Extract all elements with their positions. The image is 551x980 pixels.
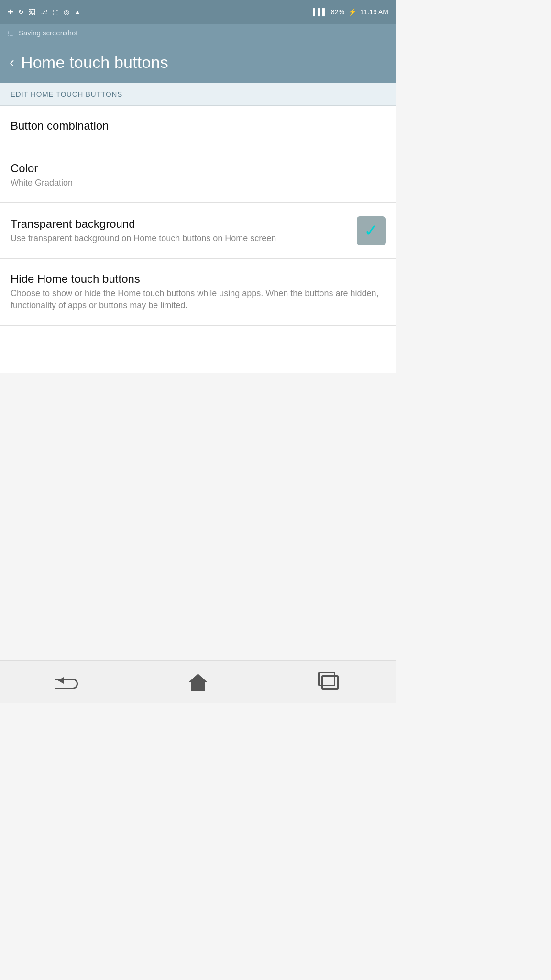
image-icon: 🖼 [29, 8, 35, 16]
section-header: EDIT HOME TOUCH BUTTONS [0, 83, 396, 106]
screenshot-icon: ⬚ [8, 29, 14, 36]
settings-item-button-combination[interactable]: Button combination [0, 106, 396, 148]
time-text: 11:19 AM [360, 8, 388, 16]
section-header-label: EDIT HOME TOUCH BUTTONS [11, 90, 122, 98]
back-button[interactable]: ‹ [10, 54, 14, 70]
settings-item-title-transparent-background: Transparent background [11, 217, 349, 231]
transparent-background-checkbox[interactable]: ✓ [357, 216, 386, 245]
nav-recents-button[interactable] [313, 670, 347, 694]
saving-text: Saving screenshot [19, 29, 77, 37]
nav-home-button[interactable] [181, 670, 215, 694]
settings-item-content-button-combination: Button combination [11, 119, 386, 134]
settings-item-subtitle-color: White Gradation [11, 177, 386, 189]
sync-icon: ↻ [18, 8, 24, 16]
checkmark-icon: ✓ [364, 222, 378, 239]
plus-icon: ✚ [8, 8, 13, 16]
circle-icon: ◎ [64, 8, 69, 16]
settings-item-content-transparent-background: Transparent background Use transparent b… [11, 217, 349, 245]
battery-text: 82% [331, 8, 344, 16]
status-icons-right: ▌▌▌ 82% ⚡ 11:19 AM [313, 8, 388, 16]
battery-icon: ⚡ [348, 8, 356, 16]
saving-bar: ⬚ Saving screenshot [0, 24, 396, 41]
page-title: Home touch buttons [21, 53, 168, 72]
settings-item-subtitle-transparent-background: Use transparent background on Home touch… [11, 233, 349, 245]
settings-item-content-color: Color White Gradation [11, 162, 386, 189]
settings-item-title-color: Color [11, 162, 386, 175]
settings-item-content-hide-home-touch: Hide Home touch buttons Choose to show o… [11, 272, 386, 312]
settings-item-transparent-background[interactable]: Transparent background Use transparent b… [0, 203, 396, 259]
settings-item-hide-home-touch[interactable]: Hide Home touch buttons Choose to show o… [0, 259, 396, 325]
usb-icon: ⎇ [40, 8, 48, 16]
title-bar: ‹ Home touch buttons [0, 41, 396, 83]
nav-bar [0, 660, 396, 703]
settings-item-color[interactable]: Color White Gradation [0, 148, 396, 203]
status-bar: ✚ ↻ 🖼 ⎇ ⬚ ◎ ▲ ▌▌▌ 82% ⚡ 11:19 AM [0, 0, 396, 24]
settings-item-title-button-combination: Button combination [11, 119, 386, 133]
empty-area [0, 373, 396, 660]
screen-icon: ⬚ [53, 8, 59, 16]
wifi-icon: ▲ [74, 8, 81, 16]
settings-item-title-hide-home-touch: Hide Home touch buttons [11, 272, 386, 286]
settings-item-subtitle-hide-home-touch: Choose to show or hide the Home touch bu… [11, 288, 386, 312]
back-nav-icon [55, 676, 77, 689]
nav-back-button[interactable] [49, 670, 83, 694]
home-nav-icon [189, 674, 207, 691]
status-icons-left: ✚ ↻ 🖼 ⎇ ⬚ ◎ ▲ [8, 8, 81, 16]
recents-nav-icon [321, 675, 339, 690]
settings-list: Button combination Color White Gradation… [0, 106, 396, 373]
signal-icon: ▌▌▌ [313, 8, 327, 16]
